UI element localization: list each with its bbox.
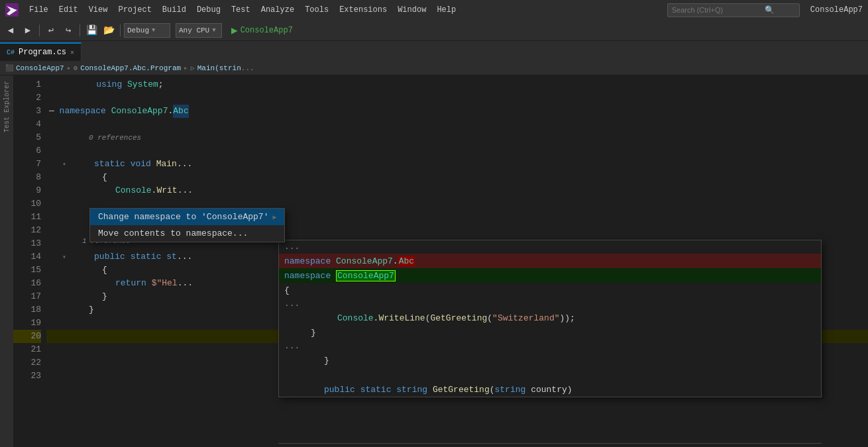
back-button[interactable]: ◀ xyxy=(3,23,19,38)
lightbulb-popup: Change namespace to 'ConsoleApp7' ▶ Move… xyxy=(89,208,285,242)
collapse-14-icon[interactable]: ▾ xyxy=(62,254,66,261)
warning-box: ⚠ Warning: Changing namespace may produc… xyxy=(278,443,822,447)
menu-extensions[interactable]: Extensions xyxy=(334,3,392,17)
side-panel: Test Explorer xyxy=(0,75,13,447)
platform-label: Any CPU xyxy=(179,26,209,34)
menu-analyze[interactable]: Analyze xyxy=(256,3,299,17)
code-line-5: 0 references xyxy=(46,131,868,144)
menu-window[interactable]: Window xyxy=(392,3,431,17)
breadcrumb-sep-1: ▸ xyxy=(67,64,72,72)
breadcrumb-class[interactable]: ConsoleApp7.Abc.Program xyxy=(80,64,181,72)
tab-label: Program.cs xyxy=(19,48,66,57)
popup-move-contents-label: Move contents to namespace... xyxy=(98,228,248,238)
search-input[interactable] xyxy=(672,6,765,14)
main-area: Test Explorer 1 2 3 4 5 6 7 8 9 10 11 12… xyxy=(0,75,868,447)
diff-removed-highlight: Abc xyxy=(398,256,415,266)
code-line-2 xyxy=(46,91,868,105)
platform-dropdown[interactable]: Any CPU ▼ xyxy=(176,23,222,38)
menu-bar: File Edit View Project Build Debug Test … xyxy=(24,3,461,17)
breadcrumb-method-icon: ▷ xyxy=(191,64,195,72)
debug-dropdown-arrow: ▼ xyxy=(152,27,155,34)
diff-panel: ... namespace ConsoleApp7 . Abc namespac… xyxy=(278,240,822,397)
diff-context-empty xyxy=(279,368,821,382)
run-label: ConsoleApp7 xyxy=(241,26,293,35)
code-line-1: using System ; xyxy=(46,78,868,91)
toolbar-sep-1 xyxy=(39,25,40,36)
menu-view[interactable]: View xyxy=(83,3,113,17)
toolbar-sep-3 xyxy=(120,25,121,36)
popup-move-contents[interactable]: Move contents to namespace... xyxy=(90,225,284,242)
breadcrumb-ellipsis: ... xyxy=(241,64,254,72)
menu-file[interactable]: File xyxy=(24,3,54,17)
code-line-4 xyxy=(46,118,868,131)
collapse-7-icon[interactable]: ▾ xyxy=(62,161,66,168)
popup-change-namespace[interactable]: Change namespace to 'ConsoleApp7' ▶ xyxy=(90,209,284,225)
search-box[interactable]: 🔍 xyxy=(667,3,800,17)
breadcrumb-project[interactable]: ConsoleApp7 xyxy=(16,64,64,72)
run-icon: ▶ xyxy=(231,24,238,37)
menu-build[interactable]: Build xyxy=(157,3,191,17)
menu-edit[interactable]: Edit xyxy=(54,3,83,17)
run-button[interactable]: ▶ ConsoleApp7 xyxy=(227,23,297,38)
menu-debug[interactable]: Debug xyxy=(191,3,226,17)
diff-ellipsis-2: ... xyxy=(279,297,821,311)
vs-logo-icon xyxy=(5,3,19,17)
menu-test[interactable]: Test xyxy=(226,3,256,17)
save-button[interactable]: 💾 xyxy=(83,23,99,38)
debug-config-dropdown[interactable]: Debug ▼ xyxy=(124,23,170,38)
diff-context-getgreeting: public static string GetGreeting ( strin… xyxy=(279,382,821,397)
diff-context-brace-open: { xyxy=(279,283,821,297)
forward-button[interactable]: ▶ xyxy=(20,23,36,38)
code-line-7: ▾ static void Main ... xyxy=(46,158,868,171)
search-icon: 🔍 xyxy=(765,5,775,15)
editor-area[interactable]: 1 2 3 4 5 6 7 8 9 10 11 12 13 14 15 16 1… xyxy=(13,75,868,447)
cs-icon: C# xyxy=(7,49,15,56)
diff-added-highlight: ConsoleApp7 xyxy=(336,270,396,281)
diff-removed-line: namespace ConsoleApp7 . Abc xyxy=(279,254,821,268)
diff-context-brace-close-1: } xyxy=(279,325,821,340)
code-line-6 xyxy=(46,144,868,158)
code-line-3: 🔧 — namespace ConsoleApp7 . Abc xyxy=(46,105,868,118)
diff-added-line: namespace ConsoleApp7 xyxy=(279,268,821,283)
breadcrumb-method[interactable]: Main(strin xyxy=(197,64,241,72)
menu-help[interactable]: Help xyxy=(431,3,461,17)
solution-explorer-icon[interactable]: Test Explorer xyxy=(3,81,11,132)
tab-bar: C# Program.cs ✕ xyxy=(0,41,868,61)
tab-close-button[interactable]: ✕ xyxy=(70,48,74,56)
code-line-9: Console . Writ ... xyxy=(46,184,868,197)
diff-context-writeline: Console . WriteLine ( GetGreeting ( "Swi… xyxy=(279,311,821,325)
menu-tools[interactable]: Tools xyxy=(299,3,334,17)
menu-project[interactable]: Project xyxy=(113,3,156,17)
breadcrumb-cs-icon: ⬛ xyxy=(5,64,13,72)
tab-program-cs[interactable]: C# Program.cs ✕ xyxy=(0,42,81,61)
undo-button[interactable]: ↩ xyxy=(43,23,59,38)
toolbar-sep-2 xyxy=(80,25,80,36)
app-title: ConsoleApp7 xyxy=(810,5,863,15)
popup-change-namespace-label: Change namespace to 'ConsoleApp7' xyxy=(98,212,268,222)
breadcrumb-sep-2: ▸ xyxy=(184,64,188,72)
title-bar: File Edit View Project Build Debug Test … xyxy=(0,0,868,20)
toolbar: ◀ ▶ ↩ ↪ 💾 📂 Debug ▼ Any CPU ▼ ▶ ConsoleA… xyxy=(0,20,868,41)
diff-ellipsis-top: ... xyxy=(279,240,821,254)
breadcrumb-bar: ⬛ ConsoleApp7 ▸ ⚙ ConsoleApp7.Abc.Progra… xyxy=(0,61,868,75)
platform-dropdown-arrow: ▼ xyxy=(212,27,215,34)
line-numbers: 1 2 3 4 5 6 7 8 9 10 11 12 13 14 15 16 1… xyxy=(13,75,46,447)
redo-button[interactable]: ↪ xyxy=(60,23,76,38)
breadcrumb-nav-icon: ⚙ xyxy=(74,64,78,72)
debug-config-label: Debug xyxy=(127,26,149,34)
popup-arrow-icon: ▶ xyxy=(272,213,276,221)
code-line-8: { xyxy=(46,171,868,184)
open-button[interactable]: 📂 xyxy=(101,23,117,38)
diff-context-brace-close-2: } xyxy=(279,353,821,368)
diff-ellipsis-3: ... xyxy=(279,340,821,353)
